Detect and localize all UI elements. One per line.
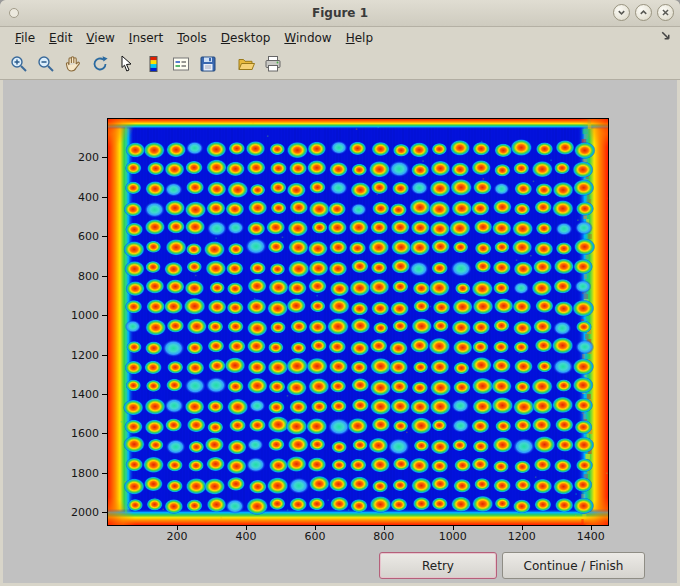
zoom-out-icon bbox=[36, 54, 56, 74]
menu-desktop[interactable]: Desktop bbox=[214, 28, 278, 48]
y-tick-label: 200 bbox=[78, 151, 99, 164]
x-tick-label: 1200 bbox=[508, 530, 536, 543]
retry-button[interactable]: Retry bbox=[379, 552, 497, 579]
y-tick-label: 1400 bbox=[71, 387, 99, 400]
figure-toolbar bbox=[0, 49, 680, 80]
data-cursor-button[interactable] bbox=[114, 52, 139, 77]
window-controls bbox=[613, 4, 674, 21]
y-axis-labels: 200400600800100012001400160018002000 bbox=[3, 118, 99, 524]
y-tick-label: 1000 bbox=[71, 309, 99, 322]
insert-colorbar-button[interactable] bbox=[141, 52, 166, 77]
plot-area bbox=[107, 118, 609, 526]
menu-view[interactable]: View bbox=[79, 28, 121, 48]
figure-canvas-area: 200400600800100012001400160018002000 200… bbox=[3, 80, 677, 583]
close-icon bbox=[660, 7, 671, 18]
minimize-button[interactable] bbox=[613, 4, 630, 21]
insert-colorbar-icon bbox=[144, 54, 164, 74]
save-button[interactable] bbox=[195, 52, 220, 77]
open-folder-icon bbox=[236, 54, 256, 74]
dock-arrow-icon bbox=[659, 29, 672, 42]
menu-insert[interactable]: Insert bbox=[122, 28, 170, 48]
chevron-down-icon bbox=[616, 7, 627, 18]
close-button[interactable] bbox=[657, 4, 674, 21]
zoom-in-button[interactable] bbox=[6, 52, 31, 77]
x-tick-label: 400 bbox=[235, 530, 256, 543]
data-cursor-icon bbox=[117, 54, 137, 74]
microarray-canvas[interactable] bbox=[108, 119, 608, 525]
x-tick-label: 1000 bbox=[439, 530, 467, 543]
y-tick-label: 2000 bbox=[71, 506, 99, 519]
menu-file[interactable]: File bbox=[8, 28, 42, 48]
x-axis-labels: 200400600800100012001400 bbox=[108, 530, 608, 544]
toolbar-separator bbox=[222, 64, 231, 65]
pan-hand-icon bbox=[63, 54, 83, 74]
y-tick-label: 400 bbox=[78, 190, 99, 203]
x-tick-label: 800 bbox=[373, 530, 394, 543]
matlab-figure-window: Figure 1 File Edit View Insert Tools Des… bbox=[0, 0, 680, 586]
dock-figure-button[interactable] bbox=[657, 29, 673, 45]
menu-edit[interactable]: Edit bbox=[42, 28, 79, 48]
x-tick-label: 600 bbox=[304, 530, 325, 543]
menu-bar: File Edit View Insert Tools Desktop Wind… bbox=[0, 26, 680, 49]
menu-help[interactable]: Help bbox=[339, 28, 380, 48]
menu-window[interactable]: Window bbox=[277, 28, 338, 48]
rotate-3d-button[interactable] bbox=[87, 52, 112, 77]
open-folder-button[interactable] bbox=[233, 52, 258, 77]
rotate-3d-icon bbox=[90, 54, 110, 74]
zoom-in-icon bbox=[9, 54, 29, 74]
menu-tools[interactable]: Tools bbox=[170, 28, 214, 48]
y-tick-label: 1200 bbox=[71, 348, 99, 361]
insert-legend-icon bbox=[171, 54, 191, 74]
maximize-button[interactable] bbox=[635, 4, 652, 21]
save-icon bbox=[198, 54, 218, 74]
print-icon bbox=[263, 54, 283, 74]
y-tick-label: 600 bbox=[78, 230, 99, 243]
x-tick-label: 200 bbox=[166, 530, 187, 543]
chevron-up-icon bbox=[638, 7, 649, 18]
zoom-out-button[interactable] bbox=[33, 52, 58, 77]
print-button[interactable] bbox=[260, 52, 285, 77]
pan-button[interactable] bbox=[60, 52, 85, 77]
insert-legend-button[interactable] bbox=[168, 52, 193, 77]
y-tick-label: 800 bbox=[78, 269, 99, 282]
title-bar[interactable]: Figure 1 bbox=[0, 0, 680, 27]
y-tick-label: 1800 bbox=[71, 466, 99, 479]
x-tick-label: 1400 bbox=[577, 530, 605, 543]
continue-finish-button[interactable]: Continue / Finish bbox=[502, 552, 645, 579]
window-title: Figure 1 bbox=[0, 6, 680, 20]
y-tick-label: 1600 bbox=[71, 427, 99, 440]
